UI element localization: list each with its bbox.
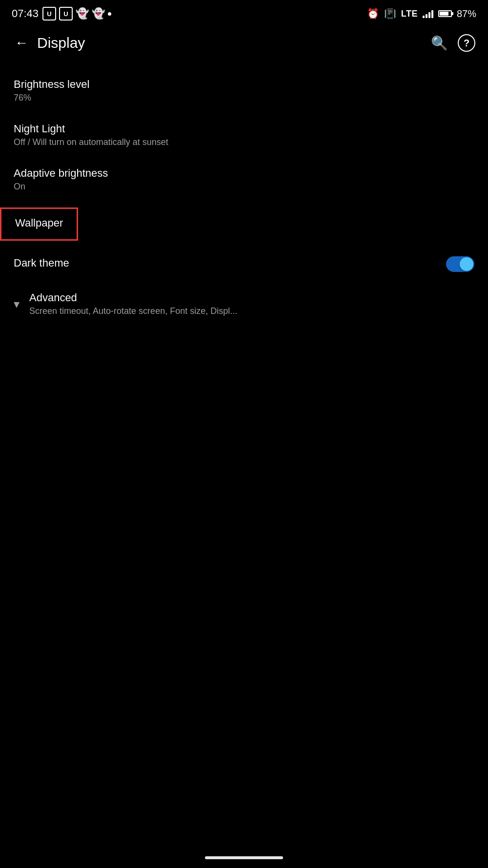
signal-bars bbox=[423, 9, 433, 18]
vibrate-icon: 📳 bbox=[384, 8, 396, 20]
battery-fill bbox=[440, 12, 448, 16]
back-button[interactable]: ← bbox=[10, 31, 33, 55]
ghost-icon-1: 👻 bbox=[76, 7, 89, 20]
app-bar-actions: 🔍 ? bbox=[427, 31, 478, 55]
toggle-thumb bbox=[460, 257, 473, 271]
search-icon: 🔍 bbox=[431, 35, 448, 51]
settings-list: Brightness level 76% Night Light Off / W… bbox=[0, 61, 488, 334]
chevron-down-icon: ▾ bbox=[14, 297, 20, 311]
status-time: 07:43 bbox=[12, 7, 39, 20]
status-right: ⏰ 📳 LTE 87% bbox=[367, 8, 476, 20]
night-light-title: Night Light bbox=[14, 123, 474, 135]
ghost-icon-2: 👻 bbox=[92, 7, 105, 20]
settings-item-advanced[interactable]: ▾ Advanced Screen timeout, Auto-rotate s… bbox=[0, 282, 488, 326]
settings-item-wallpaper-wrapper: Wallpaper bbox=[0, 202, 488, 247]
settings-item-wallpaper[interactable]: Wallpaper bbox=[0, 207, 78, 241]
help-button[interactable]: ? bbox=[455, 31, 478, 55]
battery-percent: 87% bbox=[457, 8, 476, 20]
night-light-subtitle: Off / Will turn on automatically at suns… bbox=[14, 137, 474, 147]
status-dot bbox=[108, 12, 111, 16]
battery bbox=[438, 10, 452, 17]
advanced-text: Advanced Screen timeout, Auto-rotate scr… bbox=[29, 291, 474, 316]
wallpaper-title: Wallpaper bbox=[15, 217, 63, 229]
dark-theme-toggle[interactable] bbox=[446, 256, 474, 272]
brightness-title: Brightness level bbox=[14, 78, 474, 91]
settings-item-brightness[interactable]: Brightness level 76% bbox=[0, 68, 488, 113]
dark-theme-title: Dark theme bbox=[14, 257, 69, 269]
status-bar: 07:43 U U 👻 👻 ⏰ 📳 LTE 87% bbox=[0, 0, 488, 25]
adaptive-brightness-title: Adaptive brightness bbox=[14, 167, 474, 180]
alarm-icon: ⏰ bbox=[367, 8, 379, 20]
battery-icon bbox=[438, 10, 452, 17]
status-left: 07:43 U U 👻 👻 bbox=[12, 7, 111, 21]
brightness-subtitle: 76% bbox=[14, 93, 474, 103]
home-indicator bbox=[205, 856, 283, 859]
settings-item-dark-theme[interactable]: Dark theme bbox=[0, 247, 488, 282]
status-icon-u1: U bbox=[42, 7, 56, 21]
advanced-subtitle: Screen timeout, Auto-rotate screen, Font… bbox=[29, 306, 474, 316]
search-button[interactable]: 🔍 bbox=[427, 31, 451, 55]
adaptive-brightness-subtitle: On bbox=[14, 182, 474, 192]
back-arrow-icon: ← bbox=[15, 36, 28, 50]
status-icon-u2: U bbox=[59, 7, 73, 21]
status-icons-left: U U 👻 👻 bbox=[42, 7, 111, 21]
settings-item-night-light[interactable]: Night Light Off / Will turn on automatic… bbox=[0, 113, 488, 157]
page-title: Display bbox=[37, 35, 427, 51]
app-bar: ← Display 🔍 ? bbox=[0, 25, 488, 61]
help-icon: ? bbox=[458, 34, 475, 52]
settings-item-adaptive-brightness[interactable]: Adaptive brightness On bbox=[0, 157, 488, 202]
advanced-title: Advanced bbox=[29, 291, 474, 304]
lte-label: LTE bbox=[401, 9, 418, 19]
